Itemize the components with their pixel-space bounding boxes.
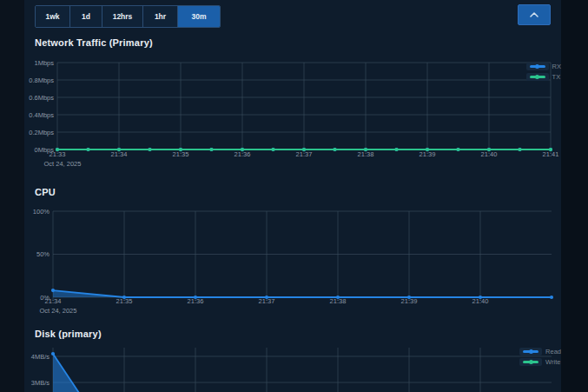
data-point-tx[interactable] — [56, 148, 59, 151]
data-point-tx[interactable] — [518, 148, 521, 151]
legend-swatch-icon — [526, 63, 549, 70]
y-tick-label: 0.8Mbps — [29, 76, 54, 84]
legend-label: Read — [545, 349, 561, 355]
y-tick-label: 0.2Mbps — [29, 129, 54, 136]
data-point-tx[interactable] — [426, 148, 429, 151]
data-point-tx[interactable] — [179, 148, 182, 151]
data-point-cpu[interactable] — [51, 289, 55, 292]
y-tick-label: 50% — [36, 250, 50, 258]
legend-swatch-icon — [519, 348, 542, 355]
time-range-1d[interactable]: 1d — [70, 6, 102, 27]
series-line-cpu — [53, 290, 552, 297]
data-point-cpu[interactable] — [122, 296, 126, 299]
legend-item-write[interactable]: Write — [519, 358, 561, 366]
y-tick-label: 1Mbps — [34, 59, 54, 67]
data-point-tx[interactable] — [364, 148, 367, 151]
data-point-tx[interactable] — [394, 148, 398, 151]
y-tick-label: 0.6Mbps — [29, 94, 54, 102]
data-point-tx[interactable] — [209, 148, 213, 151]
legend-swatch-icon — [526, 73, 549, 81]
data-point-tx[interactable] — [86, 148, 89, 151]
chevron-up-icon — [530, 12, 538, 17]
data-point-cpu[interactable] — [265, 296, 268, 299]
x-tick-label: 21:34 — [45, 297, 62, 305]
series-area-read — [53, 354, 552, 392]
data-point-cpu[interactable] — [336, 296, 340, 299]
x-tick-label: 21:38 — [358, 150, 374, 158]
x-tick-label: 21:40 — [481, 150, 498, 158]
x-axis-date-label: Oct 24, 2025 — [40, 307, 77, 315]
data-point-tx[interactable] — [487, 148, 491, 151]
series-line-read — [53, 354, 552, 392]
data-point-tx[interactable] — [148, 148, 151, 151]
y-tick-label: 4MB/s — [31, 353, 50, 361]
data-point-read[interactable] — [51, 352, 55, 355]
legend-item-rx[interactable]: RX — [526, 63, 561, 70]
time-range-group: 1wk 1d 12hrs 1hr 30m — [35, 5, 221, 28]
x-tick-label: 21:34 — [111, 150, 128, 158]
disk-chart-title: Disk (primary) — [35, 329, 102, 339]
disk-chart[interactable]: 4MB/s3MB/s — [0, 341, 588, 392]
data-point-tx[interactable] — [333, 148, 336, 151]
legend-label: Write — [545, 359, 560, 366]
time-range-12hrs[interactable]: 12hrs — [102, 6, 143, 27]
legend-swatch-icon — [519, 358, 542, 366]
data-point-cpu[interactable] — [407, 296, 411, 299]
x-axis-date-label: Oct 24, 2025 — [44, 160, 82, 168]
data-point-cpu[interactable] — [194, 296, 197, 299]
data-point-tx[interactable] — [456, 148, 459, 151]
x-tick-label: 21:39 — [420, 150, 436, 158]
cpu-chart[interactable]: 100%50%0%21:3421:3521:3621:3721:3821:392… — [0, 202, 588, 316]
y-tick-label: 3MB/s — [31, 379, 50, 387]
collapse-button[interactable] — [518, 4, 551, 25]
network-chart-legend: RXTX — [526, 63, 561, 81]
x-tick-label: 21:37 — [296, 150, 313, 158]
time-range-1hr[interactable]: 1hr — [143, 6, 178, 27]
network-chart-title: Network Traffic (Primary) — [35, 37, 153, 48]
y-tick-label: 0.4Mbps — [29, 111, 54, 119]
network-traffic-chart[interactable]: 1Mbps0.8Mbps0.6Mbps0.4Mbps0.2Mbps0Mbps21… — [0, 52, 588, 174]
legend-item-tx[interactable]: TX — [526, 73, 561, 81]
data-point-tx[interactable] — [241, 148, 244, 151]
data-point-tx[interactable] — [549, 148, 552, 151]
data-point-cpu[interactable] — [479, 296, 482, 299]
x-tick-label: 21:36 — [235, 150, 251, 158]
disk-chart-legend: ReadWrite — [519, 348, 561, 366]
cpu-chart-title: CPU — [35, 187, 56, 197]
x-tick-label: 21:33 — [50, 150, 66, 158]
series-area-cpu — [53, 290, 552, 297]
time-range-1wk[interactable]: 1wk — [36, 6, 70, 27]
data-point-tx[interactable] — [271, 148, 274, 151]
legend-label: RX — [552, 63, 561, 70]
x-tick-label: 21:35 — [173, 150, 189, 158]
x-tick-label: 21:41 — [543, 150, 559, 158]
y-tick-label: 100% — [33, 208, 50, 216]
legend-item-read[interactable]: Read — [519, 348, 561, 355]
time-range-30m[interactable]: 30m — [178, 6, 220, 27]
data-point-tx[interactable] — [302, 148, 306, 151]
data-point-tx[interactable] — [117, 148, 121, 151]
legend-label: TX — [552, 74, 561, 81]
data-point-cpu[interactable] — [550, 296, 553, 299]
